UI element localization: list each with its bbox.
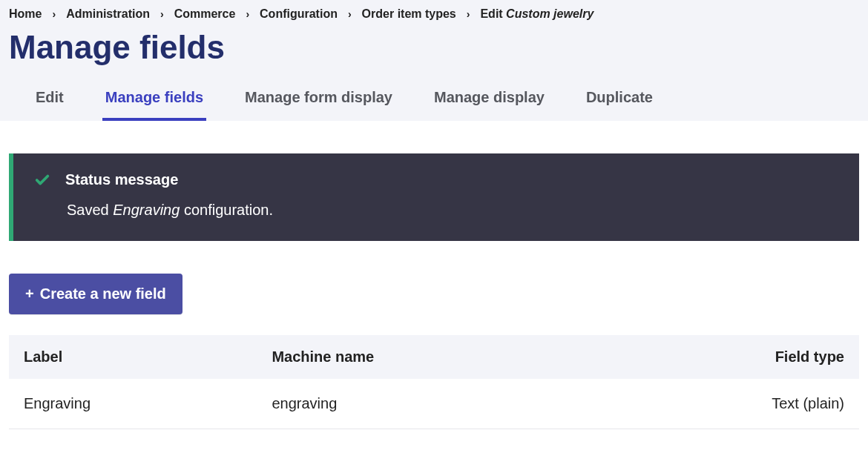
breadcrumb-current: Edit Custom jewelry [480, 7, 594, 21]
plus-icon: + [25, 285, 34, 302]
breadcrumb-link-administration[interactable]: Administration [66, 7, 150, 21]
tab-duplicate[interactable]: Duplicate [583, 79, 656, 121]
breadcrumb-link-commerce[interactable]: Commerce [174, 7, 236, 21]
create-field-button[interactable]: + Create a new field [9, 274, 183, 314]
table-cell-field-type: Text (plain) [596, 379, 859, 429]
create-field-button-label: Create a new field [40, 285, 166, 302]
table-header-label: Label [9, 335, 257, 379]
breadcrumb-link-home[interactable]: Home [9, 7, 42, 21]
status-body-suffix: configuration. [180, 202, 273, 218]
tabs: Edit Manage fields Manage form display M… [9, 79, 859, 121]
chevron-right-icon: › [464, 8, 473, 20]
tab-manage-form-display[interactable]: Manage form display [242, 79, 395, 121]
breadcrumb-current-prefix: Edit [480, 7, 506, 20]
chevron-right-icon: › [243, 8, 252, 20]
breadcrumb-link-configuration[interactable]: Configuration [260, 7, 338, 21]
status-message: Status message Saved Engraving configura… [9, 153, 859, 241]
status-body-em: Engraving [113, 202, 180, 218]
chevron-right-icon: › [49, 8, 59, 20]
table-header-field-type: Field type [596, 335, 859, 379]
table-header-machine-name: Machine name [257, 335, 596, 379]
chevron-right-icon: › [345, 8, 355, 20]
breadcrumb-current-em: Custom jewelry [506, 7, 594, 20]
fields-table: Label Machine name Field type Engraving … [9, 335, 859, 429]
table-header-row: Label Machine name Field type [9, 335, 859, 379]
breadcrumb: Home › Administration › Commerce › Confi… [9, 6, 859, 25]
status-title: Status message [65, 171, 178, 188]
breadcrumb-link-order-item-types[interactable]: Order item types [362, 7, 456, 21]
page-title: Manage fields [9, 25, 859, 79]
table-cell-machine-name: engraving [257, 379, 596, 429]
tab-edit[interactable]: Edit [33, 79, 67, 121]
status-body-prefix: Saved [67, 202, 113, 218]
chevron-right-icon: › [157, 8, 167, 20]
tab-manage-display[interactable]: Manage display [431, 79, 548, 121]
status-body: Saved Engraving configuration. [67, 202, 838, 219]
table-row: Engraving engraving Text (plain) [9, 379, 859, 429]
tab-manage-fields[interactable]: Manage fields [102, 79, 206, 121]
check-icon [34, 172, 50, 188]
table-cell-label: Engraving [9, 379, 257, 429]
